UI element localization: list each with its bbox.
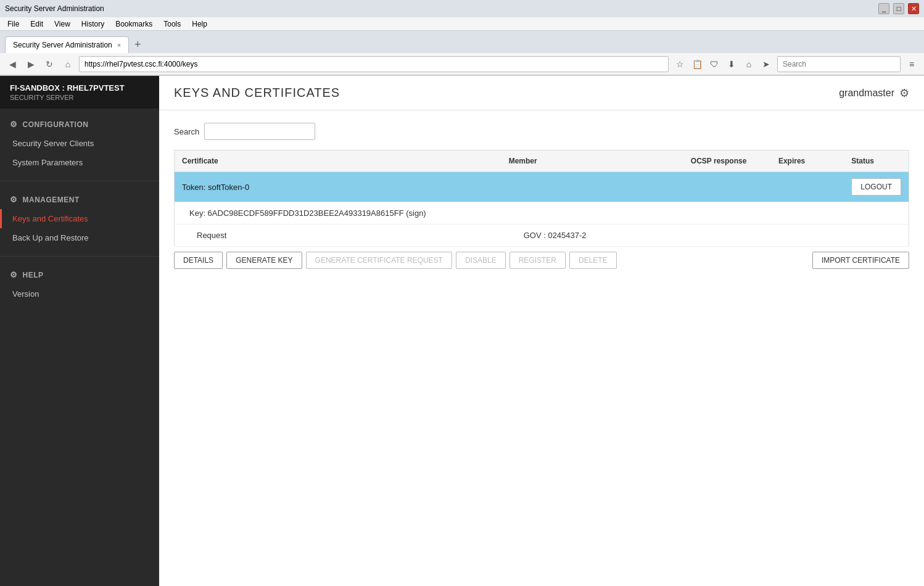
col-header-ocsp: OCSP response bbox=[683, 151, 771, 172]
logout-button[interactable]: LOGOUT bbox=[851, 178, 901, 196]
generate-key-button[interactable]: GENERATE KEY bbox=[226, 252, 302, 269]
key-label: Key: 6ADC98ECDF589FFDD31D23BEE2A493319A8… bbox=[189, 208, 426, 218]
sidebar-item-back-up-and-restore[interactable]: Back Up and Restore bbox=[0, 228, 159, 247]
close-button[interactable]: ✕ bbox=[908, 3, 919, 14]
sidebar-management-section: ⚙ MANAGEMENT Keys and Certificates Back … bbox=[0, 184, 159, 254]
sidebar-divider-1 bbox=[0, 181, 159, 181]
generate-cert-request-button[interactable]: GENERATE CERTIFICATE REQUEST bbox=[306, 252, 452, 269]
home2-icon[interactable]: ⌂ bbox=[741, 57, 756, 72]
menu-tools[interactable]: Tools bbox=[159, 19, 186, 30]
sidebar: FI-SANDBOX : RHEL7PVTEST SECURITY SERVER… bbox=[0, 76, 159, 586]
browser-titlebar: Security Server Administration _ □ ✕ bbox=[0, 0, 924, 17]
menu-history[interactable]: History bbox=[76, 19, 109, 30]
action-bar-right: IMPORT CERTIFICATE bbox=[812, 252, 909, 269]
minimize-button[interactable]: _ bbox=[878, 3, 889, 14]
sidebar-header: FI-SANDBOX : RHEL7PVTEST SECURITY SERVER bbox=[0, 76, 159, 109]
ocsp-label: OCSP response bbox=[691, 157, 746, 165]
menu-icon[interactable]: ≡ bbox=[904, 57, 919, 72]
key-row[interactable]: Key: 6ADC98ECDF589FFDD31D23BEE2A493319A8… bbox=[175, 202, 909, 225]
request-member: GOV : 0245437-2 bbox=[524, 231, 587, 240]
shield-icon[interactable]: 🛡 bbox=[707, 57, 722, 72]
request-status-cell bbox=[844, 225, 909, 247]
sidebar-item-keys-and-certificates[interactable]: Keys and Certificates bbox=[0, 209, 159, 228]
browser-addressbar: ◀ ▶ ↻ ⌂ ☆ 📋 🛡 ⬇ ⌂ ➤ ≡ bbox=[0, 53, 924, 75]
sidebar-item-security-server-clients[interactable]: Security Server Clients bbox=[0, 134, 159, 153]
search-input[interactable] bbox=[204, 123, 315, 140]
import-certificate-button[interactable]: IMPORT CERTIFICATE bbox=[812, 252, 909, 269]
browser-search-input[interactable] bbox=[777, 56, 901, 72]
download-icon[interactable]: ⬇ bbox=[724, 57, 739, 72]
main-body: Search Certificate Member OCSP response … bbox=[159, 110, 924, 586]
server-type: SECURITY SERVER bbox=[10, 94, 149, 101]
sidebar-item-version[interactable]: Version bbox=[0, 284, 159, 303]
sidebar-configuration-section: ⚙ CONFIGURATION Security Server Clients … bbox=[0, 109, 159, 178]
help-icon: ⚙ bbox=[10, 270, 18, 279]
send-icon[interactable]: ➤ bbox=[759, 57, 773, 72]
home-button[interactable]: ⌂ bbox=[60, 57, 75, 72]
configuration-icon: ⚙ bbox=[10, 120, 18, 129]
sidebar-item-system-parameters[interactable]: System Parameters bbox=[0, 153, 159, 172]
delete-button[interactable]: DELETE bbox=[569, 252, 617, 269]
col-header-certificate: Certificate bbox=[175, 151, 501, 172]
user-gear-icon[interactable]: ⚙ bbox=[899, 86, 909, 100]
menu-edit[interactable]: Edit bbox=[25, 19, 48, 30]
browser-tab-main[interactable]: Security Server Administration × bbox=[5, 36, 129, 53]
configuration-label: CONFIGURATION bbox=[23, 120, 89, 129]
browser-frame: Security Server Administration _ □ ✕ Fil… bbox=[0, 0, 924, 586]
token-label: Token: softToken-0 bbox=[182, 183, 249, 192]
sidebar-management-title: ⚙ MANAGEMENT bbox=[0, 190, 159, 209]
menu-view[interactable]: View bbox=[49, 19, 75, 30]
register-button[interactable]: REGISTER bbox=[509, 252, 566, 269]
bookmark-manage-icon[interactable]: 📋 bbox=[690, 57, 704, 72]
browser-controls: _ □ ✕ bbox=[878, 3, 919, 14]
help-label: HELP bbox=[23, 271, 44, 279]
refresh-button[interactable]: ↻ bbox=[42, 57, 57, 72]
browser-tabbar: Security Server Administration × + bbox=[0, 31, 924, 53]
tab-title: Security Server Administration bbox=[13, 41, 112, 49]
token-action-cell: LOGOUT bbox=[844, 172, 909, 202]
address-input[interactable] bbox=[79, 56, 669, 72]
request-label-cell: Request bbox=[175, 225, 501, 247]
token-name-cell: Token: softToken-0 bbox=[175, 172, 844, 202]
search-label: Search bbox=[174, 127, 199, 136]
forward-button[interactable]: ▶ bbox=[23, 57, 38, 72]
menu-help[interactable]: Help bbox=[187, 19, 212, 30]
disable-button[interactable]: DISABLE bbox=[456, 252, 506, 269]
search-bar: Search bbox=[174, 123, 909, 140]
bookmark-star-icon[interactable]: ☆ bbox=[672, 57, 687, 72]
menu-bookmarks[interactable]: Bookmarks bbox=[110, 19, 157, 30]
back-button[interactable]: ◀ bbox=[5, 57, 20, 72]
sidebar-help-title: ⚙ HELP bbox=[0, 265, 159, 284]
action-bar: DETAILS GENERATE KEY GENERATE CERTIFICAT… bbox=[174, 252, 909, 269]
app-container: FI-SANDBOX : RHEL7PVTEST SECURITY SERVER… bbox=[0, 75, 924, 586]
request-row[interactable]: Request GOV : 0245437-2 bbox=[175, 225, 909, 247]
sidebar-configuration-title: ⚙ CONFIGURATION bbox=[0, 115, 159, 134]
page-title: KEYS AND CERTIFICATES bbox=[174, 86, 340, 100]
management-icon: ⚙ bbox=[10, 195, 18, 204]
server-name: FI-SANDBOX : RHEL7PVTEST bbox=[10, 83, 149, 93]
details-button[interactable]: DETAILS bbox=[174, 252, 223, 269]
sidebar-divider-2 bbox=[0, 256, 159, 257]
request-expires-cell bbox=[771, 225, 844, 247]
col-header-member: Member bbox=[501, 151, 683, 172]
key-label-cell: Key: 6ADC98ECDF589FFDD31D23BEE2A493319A8… bbox=[175, 202, 909, 225]
token-row: Token: softToken-0 LOGOUT bbox=[175, 172, 909, 202]
new-tab-button[interactable]: + bbox=[129, 36, 146, 53]
menu-file[interactable]: File bbox=[2, 19, 24, 30]
sidebar-help-section: ⚙ HELP Version bbox=[0, 259, 159, 310]
management-label: MANAGEMENT bbox=[23, 196, 80, 204]
browser-menubar: File Edit View History Bookmarks Tools H… bbox=[0, 17, 924, 31]
action-bar-left: DETAILS GENERATE KEY GENERATE CERTIFICAT… bbox=[174, 252, 617, 269]
toolbar-icons: ☆ 📋 🛡 ⬇ ⌂ ➤ bbox=[672, 57, 773, 72]
tab-close-icon[interactable]: × bbox=[117, 41, 121, 49]
request-label: Request bbox=[197, 231, 226, 240]
username: grandmaster bbox=[839, 88, 894, 99]
browser-title-left: Security Server Administration bbox=[5, 4, 104, 13]
request-member-cell: GOV : 0245437-2 bbox=[501, 225, 683, 247]
request-ocsp-cell bbox=[683, 225, 771, 247]
certificate-table: Certificate Member OCSP response Expires… bbox=[174, 150, 909, 247]
col-header-status: Status bbox=[844, 151, 909, 172]
main-header: KEYS AND CERTIFICATES grandmaster ⚙ bbox=[159, 76, 924, 110]
browser-title-text: Security Server Administration bbox=[5, 4, 104, 13]
maximize-button[interactable]: □ bbox=[893, 3, 904, 14]
